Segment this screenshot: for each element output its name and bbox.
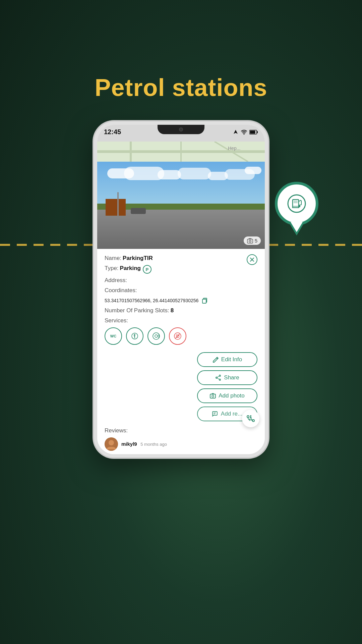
front-camera-icon [179,127,183,131]
map-strip[interactable]: Нер... [97,142,265,162]
reviews-label: Reviews: [105,427,257,434]
svg-rect-15 [247,239,253,243]
parking-slots-value: 8 [171,307,174,314]
svg-point-1 [288,195,305,212]
camera-icon [247,238,253,244]
name-label: Name: [105,255,121,262]
reviewer-avatar [105,437,118,451]
navigation-icon [233,129,239,135]
reviews-area: Reviews: mikyl9 5 months ago [97,424,265,454]
svg-rect-37 [210,394,216,398]
svg-rect-8 [250,130,255,133]
type-badge: P [143,265,152,274]
svg-line-36 [217,378,219,379]
service-phone: T [126,327,143,345]
svg-point-34 [216,377,217,378]
svg-rect-19 [202,299,206,303]
add-review-label: Add re... [221,411,242,417]
status-time: 12:45 [104,128,121,136]
address-row: Address: [105,277,257,284]
reviewer-time: 5 months ago [140,442,167,447]
page-title: Petrol stations [95,74,267,101]
coordinates-label-row: Coordinates: [105,287,257,294]
add-photo-label: Add photo [219,392,245,399]
review-icon [212,411,218,417]
svg-rect-31 [177,337,178,337]
fab-button[interactable] [242,410,259,427]
service-icons: WC T [105,327,257,345]
name-value: ParkingTIR [123,255,153,262]
svg-rect-39 [213,412,217,415]
svg-point-33 [219,379,221,380]
type-row: Type: Parking P [105,265,257,274]
camera-add-icon [210,393,216,399]
copy-icon[interactable] [201,297,208,304]
add-photo-button[interactable]: Add photo [197,388,257,403]
services-row: Services: WC T [105,317,257,345]
type-label: Type: [105,265,119,272]
edit-info-button[interactable]: Edit Info [197,352,257,367]
coordinates-value: 53.341701507562966, 26.441400527930256 [105,298,198,303]
svg-rect-2 [294,201,298,203]
action-buttons: Edit Info Share [97,350,265,424]
review-item: mikyl9 5 months ago [105,437,257,451]
edit-info-label: Edit Info [221,356,242,363]
svg-rect-29 [177,335,178,336]
svg-rect-7 [257,131,258,133]
battery-icon [249,130,258,135]
svg-point-16 [249,240,251,242]
share-label: Share [224,374,239,381]
fuel-pin-icon [287,194,307,214]
wifi-icon [241,129,247,135]
service-no-fire [169,327,186,345]
svg-line-35 [217,376,219,377]
share-button[interactable]: Share [197,370,257,385]
parking-slots-label: Number Of Parking Slots: [105,307,169,314]
photo-count-number: 5 [255,238,257,244]
status-icons [233,129,258,135]
phone-notch [158,125,204,134]
svg-text:Нер...: Нер... [228,146,240,151]
svg-point-32 [219,375,221,376]
svg-rect-30 [178,335,179,336]
edit-icon [213,357,219,363]
services-label: Services: [105,317,128,324]
info-section: Name: ParkingTIR Type: Parking P Address… [97,249,265,454]
phone-frame: 12:45 [94,121,268,458]
coordinates-label: Coordinates: [105,287,137,294]
parking-slots-row: Number Of Parking Slots: 8 [105,307,257,314]
phone-mockup: 12:45 [94,121,268,458]
place-photo[interactable]: 5 [97,162,265,249]
svg-point-44 [247,416,249,418]
svg-point-25 [155,335,158,337]
service-camera [147,327,165,345]
map-background: Нер... [97,142,265,162]
location-pin [275,182,318,225]
name-row: Name: ParkingTIR [105,255,257,262]
svg-point-24 [153,333,160,339]
coordinates-row: 53.341701507562966, 26.441400527930256 [105,297,257,304]
address-label: Address: [105,277,127,284]
reviewer-info: mikyl9 5 months ago [121,441,167,447]
svg-point-38 [212,395,214,397]
reviewer-name: mikyl9 [121,441,137,447]
svg-text:T: T [133,334,135,338]
type-value: Parking [120,265,141,272]
share-icon [215,375,221,381]
svg-point-43 [109,440,114,445]
close-button[interactable] [247,254,257,265]
service-wc: WC [105,327,122,345]
photo-count-badge: 5 [244,236,261,245]
svg-point-5 [244,133,245,135]
route-icon [246,414,255,423]
